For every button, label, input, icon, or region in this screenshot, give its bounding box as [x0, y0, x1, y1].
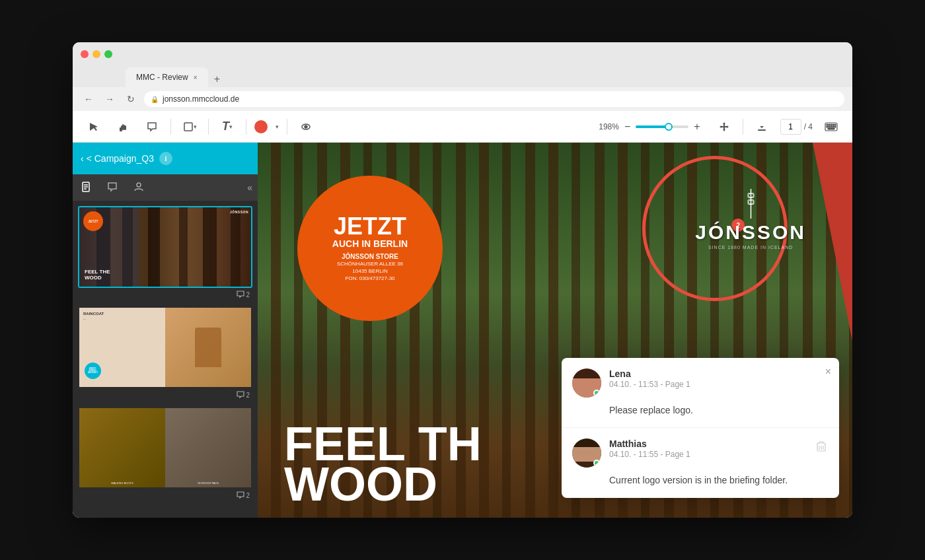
arrow-tool-button[interactable]: [83, 116, 104, 137]
user-icon-button[interactable]: [131, 179, 147, 197]
svg-rect-20: [831, 126, 832, 127]
svg-rect-2: [122, 124, 124, 130]
svg-rect-23: [828, 128, 834, 129]
toolbar-divider-1: [170, 119, 171, 135]
svg-rect-22: [834, 126, 836, 127]
refresh-button[interactable]: ↻: [123, 91, 139, 107]
app-content: ▾ T ▾ ▾ 198% −: [73, 111, 852, 518]
toolbar-divider-2: [208, 119, 209, 135]
new-tab-button[interactable]: +: [209, 71, 225, 87]
zoom-slider-fill: [636, 125, 667, 128]
jonsson-logo-icon: [743, 189, 759, 219]
svg-rect-15: [831, 124, 832, 125]
download-button[interactable]: [751, 116, 772, 137]
thumbnail-item-1[interactable]: JÓNSSON JETZT FEEL THEWOOD: [78, 206, 252, 301]
tab-close-button[interactable]: ×: [194, 74, 198, 81]
comment-header-1: Lena 04.10. - 11:53 - Page 1: [572, 368, 829, 398]
comment-panel-close-button[interactable]: ×: [825, 366, 831, 378]
comment-tool-button[interactable]: [141, 116, 163, 137]
text-tool-button[interactable]: T ▾: [217, 116, 238, 137]
brand-tagline: SINCE 1880 MADE IN ICELAND: [695, 245, 806, 250]
comment-body-1: Please replace logo.: [572, 404, 829, 417]
svg-rect-18: [827, 126, 828, 127]
comment-meta-2: Matthias 04.10. - 11:55 - Page 1: [609, 438, 806, 459]
shape-tool-button[interactable]: ▾: [179, 116, 200, 137]
back-button[interactable]: ‹ < Campaign_Q3: [81, 153, 154, 164]
visibility-button[interactable]: [295, 116, 316, 137]
svg-rect-19: [829, 126, 830, 127]
thumb2-offer-circle: ERÖFF-NUNGS-ANGEBOT: [85, 363, 101, 379]
thumbnail-item-3[interactable]: WALKING BOOTS OUTDOOR PACK: [78, 407, 252, 502]
thumb3-outdoor-label: OUTDOOR PACK: [198, 481, 219, 485]
back-nav-button[interactable]: ←: [81, 91, 96, 107]
comment-meta-1: Lena 04.10. - 11:53 - Page 1: [609, 368, 829, 389]
titlebar: [73, 42, 852, 66]
thumbnail-frame-3: WALKING BOOTS OUTDOOR PACK: [78, 407, 252, 489]
svg-rect-16: [832, 124, 834, 125]
main-area: ‹ < Campaign_Q3 i: [73, 143, 852, 518]
url-text: jonsson.mmccloud.de: [163, 94, 239, 104]
maximize-button[interactable]: [104, 50, 112, 58]
collapse-button[interactable]: «: [247, 182, 252, 193]
active-tab[interactable]: MMC - Review ×: [126, 67, 208, 87]
comment-body-2: Current logo version is in the briefing …: [572, 474, 829, 487]
svg-marker-0: [90, 123, 98, 131]
color-picker-button[interactable]: [254, 120, 268, 133]
brand-name: JÓNSSON: [695, 221, 806, 244]
avatar-lena: [572, 368, 601, 398]
comment-header-2: Matthias 04.10. - 11:55 - Page 1: [572, 438, 829, 468]
store-name: JÓNSSON STORE: [342, 253, 398, 260]
close-button[interactable]: [81, 50, 89, 58]
campaign-title: < Campaign_Q3: [87, 153, 154, 164]
avatar-matthias: [572, 438, 601, 468]
zoom-control: 198% − +: [599, 121, 700, 133]
canvas-area[interactable]: JETZT AUCH IN BERLIN JÓNSSON STORE SCHÖN…: [258, 143, 852, 518]
keyboard-button[interactable]: [821, 116, 842, 137]
commenter-name-2: Matthias: [609, 438, 806, 449]
zoom-plus-button[interactable]: +: [694, 121, 700, 133]
page-navigation: / 4: [780, 119, 813, 135]
zoom-slider[interactable]: [636, 125, 688, 128]
thumb-feel-text: FEEL THEWOOD: [85, 269, 110, 281]
move-tool-button[interactable]: [714, 116, 735, 137]
svg-rect-11: [758, 129, 766, 131]
svg-rect-7: [184, 123, 192, 131]
jonsson-logo: JÓNSSON SINCE 1880 MADE IN ICELAND: [682, 169, 819, 269]
minimize-button[interactable]: [92, 50, 100, 58]
thumbnail-item-2[interactable]: RAINCOAT — ERÖFF-NUNGS-ANGEBOT: [78, 306, 252, 402]
brand-area: 2 JÓNSSON SINCE: [682, 169, 819, 269]
sidebar-header: ‹ < Campaign_Q3 i: [73, 143, 258, 174]
thumb-footer-3: 2: [78, 489, 252, 502]
document-icon-button[interactable]: [78, 179, 94, 197]
color-dropdown-arrow[interactable]: ▾: [276, 123, 279, 130]
thumbnail-img-1: JÓNSSON JETZT FEEL THEWOOD: [79, 207, 251, 287]
commenter-name-1: Lena: [609, 368, 829, 379]
forward-nav-button[interactable]: →: [102, 91, 118, 107]
browser-window: MMC - Review × + ← → ↻ 🔒 jonsson.mmcclou…: [73, 42, 852, 518]
promo-circle: JETZT AUCH IN BERLIN JÓNSSON STORE SCHÖN…: [297, 176, 443, 321]
thumb-comment-count-1: 2: [237, 291, 250, 298]
page-separator: / 4: [804, 122, 813, 131]
thumb-logo: JÓNSSON: [230, 210, 248, 214]
url-bar[interactable]: 🔒 jonsson.mmccloud.de: [144, 91, 844, 107]
thumb-footer-1: 2: [78, 288, 252, 301]
zoom-slider-thumb: [665, 123, 673, 131]
svg-rect-4: [125, 125, 126, 130]
svg-rect-3: [124, 125, 125, 130]
zoom-level-label: 198%: [599, 122, 619, 131]
comment-icon-button[interactable]: [104, 179, 120, 197]
jetzt-text: JETZT: [334, 215, 406, 238]
svg-point-9: [305, 125, 307, 128]
feel-the-wood-text: FEEL THWOOD: [284, 424, 482, 505]
svg-rect-17: [834, 124, 836, 125]
page-number-input[interactable]: [780, 119, 801, 135]
zoom-minus-button[interactable]: −: [624, 121, 630, 133]
thumb-comment-count-2: 2: [237, 391, 250, 399]
lena-online-indicator: [593, 390, 600, 396]
toolbar-divider-4: [287, 119, 287, 135]
thumb-orange-circle: JETZT: [83, 211, 103, 231]
hand-tool-button[interactable]: [112, 116, 133, 137]
thumbnail-frame-1: JÓNSSON JETZT FEEL THEWOOD: [78, 206, 252, 288]
info-button[interactable]: i: [159, 152, 172, 165]
delete-comment-button[interactable]: [814, 438, 829, 456]
